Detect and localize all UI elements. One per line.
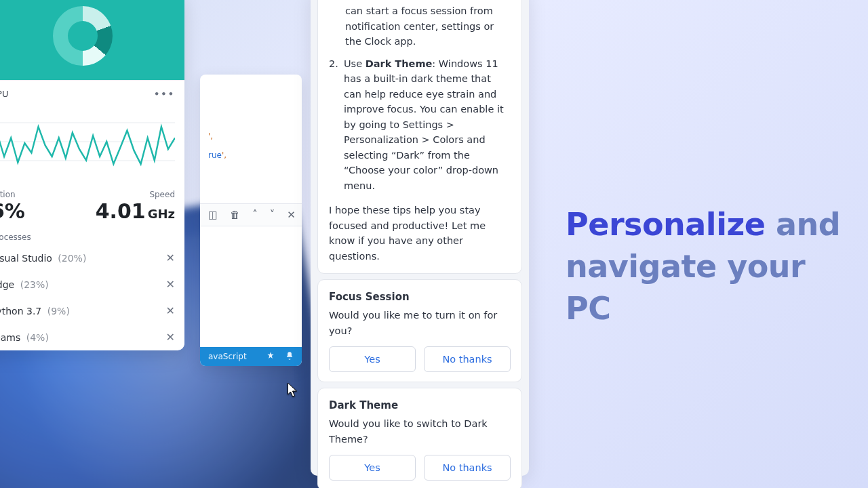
process-name: Python 3.7 bbox=[0, 306, 41, 317]
cpu-sparkline bbox=[0, 104, 175, 179]
focus-title: Focus Session bbox=[329, 289, 511, 305]
process-pct: (23%) bbox=[20, 279, 49, 290]
speed-unit: GHz bbox=[148, 207, 175, 221]
editor-status-bar: avaScript bbox=[200, 347, 302, 366]
process-name: Visual Studio bbox=[0, 253, 52, 264]
process-pct: (9%) bbox=[47, 306, 70, 317]
performance-card: CPU ••• zation 6% Speed 4.01GHz processe… bbox=[0, 0, 184, 350]
bell-icon[interactable] bbox=[285, 351, 294, 363]
dark-no-button[interactable]: No thanks bbox=[424, 455, 511, 481]
end-task-button[interactable]: ✕ bbox=[166, 331, 175, 344]
process-row[interactable]: Visual Studio (20%)✕ bbox=[0, 245, 184, 271]
feedback-icon[interactable] bbox=[266, 351, 275, 363]
donut-chart-icon bbox=[53, 6, 113, 66]
focus-session-prompt: Focus Session Would you like me to turn … bbox=[317, 279, 522, 382]
focus-no-button[interactable]: No thanks bbox=[424, 346, 511, 372]
close-icon[interactable]: ✕ bbox=[287, 209, 296, 221]
cpu-label: CPU bbox=[0, 89, 8, 99]
marketing-headline: Personalize and navigate your PC bbox=[566, 203, 857, 329]
process-row[interactable]: Python 3.7 (9%)✕ bbox=[0, 298, 184, 324]
dark-question: Would you like to switch to Dark Theme? bbox=[329, 416, 511, 447]
editor-toolbar: ◫ 🗑 ˄ ˅ ✕ bbox=[200, 203, 302, 226]
assistant-panel: features like a focus timer. You can sta… bbox=[311, 0, 529, 476]
processes-label: processes bbox=[0, 232, 184, 245]
assistant-response: features like a focus timer. You can sta… bbox=[317, 0, 522, 274]
end-task-button[interactable]: ✕ bbox=[166, 278, 175, 291]
process-name: Edge bbox=[0, 279, 14, 290]
chevron-down-icon[interactable]: ˅ bbox=[270, 209, 275, 221]
dark-yes-button[interactable]: Yes bbox=[329, 455, 416, 481]
speed-value: 4.01 bbox=[96, 199, 146, 223]
code-editor-window: ', rue', ◫ 🗑 ˄ ˅ ✕ avaScript bbox=[200, 75, 302, 366]
trash-icon[interactable]: 🗑 bbox=[230, 209, 240, 221]
utilization-value: 6% bbox=[0, 199, 25, 223]
dark-theme-prompt: Dark Theme Would you like to switch to D… bbox=[317, 388, 522, 488]
performance-hero bbox=[0, 0, 184, 80]
chevron-up-icon[interactable]: ˄ bbox=[252, 209, 258, 221]
utilization-label: zation bbox=[0, 190, 25, 199]
card-more-button[interactable]: ••• bbox=[154, 89, 175, 99]
status-language[interactable]: avaScript bbox=[208, 352, 247, 361]
code-fragment: ', rue', bbox=[208, 131, 226, 160]
focus-question: Would you like me to turn it on for you? bbox=[329, 308, 511, 338]
process-row[interactable]: Edge (23%)✕ bbox=[0, 271, 184, 298]
focus-yes-button[interactable]: Yes bbox=[329, 346, 416, 372]
process-row[interactable]: Teams (4%)✕ bbox=[0, 324, 184, 350]
process-name: Teams bbox=[0, 332, 20, 343]
list-number: 2. bbox=[329, 56, 344, 193]
speed-label: Speed bbox=[96, 190, 175, 199]
assistant-closing: I hope these tips help you stay focused … bbox=[329, 203, 511, 264]
process-pct: (20%) bbox=[58, 253, 86, 264]
panel-split-icon[interactable]: ◫ bbox=[208, 209, 218, 221]
dark-title: Dark Theme bbox=[329, 398, 511, 413]
end-task-button[interactable]: ✕ bbox=[166, 251, 175, 264]
end-task-button[interactable]: ✕ bbox=[166, 304, 175, 317]
mouse-cursor-icon bbox=[288, 383, 298, 401]
process-pct: (4%) bbox=[26, 332, 49, 343]
